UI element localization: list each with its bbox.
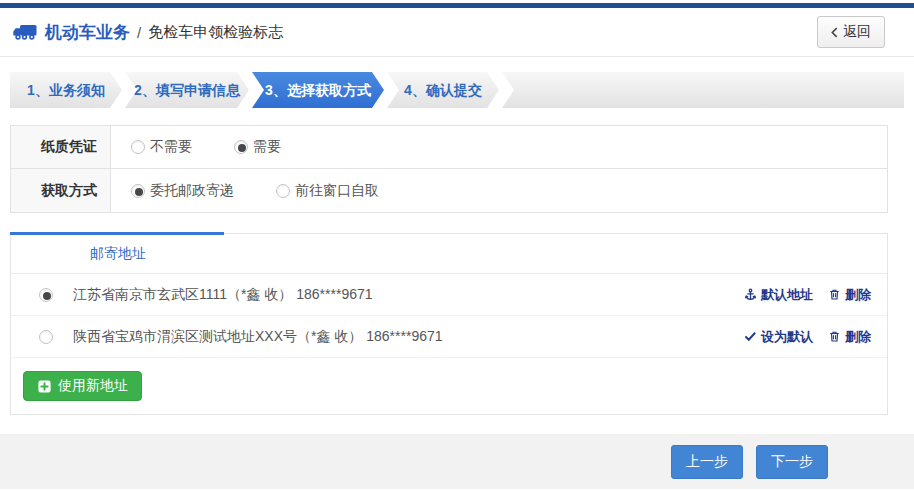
truck-icon [12,22,38,42]
delivery-options-form: 纸质凭证 不需要 需要 获取方式 委托邮政寄递 前往窗口自取 [10,125,888,213]
radio-icon[interactable] [131,140,145,154]
address-tab-header: 邮寄地址 [11,234,887,274]
delete-address-button[interactable]: 删除 [828,328,871,346]
use-new-address-label: 使用新地址 [58,377,128,395]
mailing-address-panel: 邮寄地址 江苏省南京市玄武区1111（*鑫 收） 186****9671 默认地… [10,233,888,415]
breadcrumb-separator: / [137,24,141,41]
wizard-footer: 上一步 下一步 [0,434,914,489]
step-1-business-notice[interactable]: 1、业务须知 [10,72,122,108]
step-4-confirm-submit[interactable]: 4、确认提交 [387,72,499,108]
breadcrumb-current: 免检车申领检验标志 [148,23,283,42]
obtain-option-postal[interactable]: 委托邮政寄递 [131,182,234,200]
paper-cert-option-no[interactable]: 不需要 [131,138,192,156]
radio-icon[interactable] [39,330,53,344]
page-header: 机动车业务 / 免检车申领检验标志 返回 [0,8,914,57]
default-address-button[interactable]: 默认地址 [744,286,813,304]
back-button[interactable]: 返回 [817,16,885,48]
set-default-button[interactable]: 设为默认 [744,328,813,346]
address-row: 江苏省南京市玄武区1111（*鑫 收） 186****9671 默认地址 [11,274,887,316]
back-button-label: 返回 [843,23,871,41]
chevron-left-icon [831,27,838,38]
page-title: 机动车业务 [45,21,130,44]
obtain-method-row: 获取方式 委托邮政寄递 前往窗口自取 [11,169,887,212]
previous-step-button[interactable]: 上一步 [671,445,743,479]
obtain-option-pickup[interactable]: 前往窗口自取 [276,182,379,200]
obtain-method-label: 获取方式 [11,169,111,212]
check-icon [744,330,757,343]
anchor-icon [744,288,757,301]
paper-certificate-label: 纸质凭证 [11,126,111,168]
use-new-address-button[interactable]: 使用新地址 [23,371,142,401]
address-text: 陕西省宝鸡市渭滨区测试地址XXX号（*鑫 收） 186****9671 [73,328,443,346]
step-2-fill-application[interactable]: 2、填写申请信息 [125,72,249,108]
address-text: 江苏省南京市玄武区1111（*鑫 收） 186****9671 [73,286,373,304]
step-3-choose-delivery[interactable]: 3、选择获取方式 [252,72,384,108]
trash-icon [828,330,841,343]
active-tab-indicator [10,232,224,235]
radio-icon[interactable] [276,184,290,198]
radio-icon[interactable] [234,140,248,154]
paper-cert-option-yes[interactable]: 需要 [234,138,281,156]
plus-icon [37,379,52,394]
paper-certificate-row: 纸质凭证 不需要 需要 [11,126,887,169]
radio-icon[interactable] [131,184,145,198]
radio-icon[interactable] [39,288,53,302]
delete-address-button[interactable]: 删除 [828,286,871,304]
tab-mailing-address[interactable]: 邮寄地址 [11,245,225,263]
address-row: 陕西省宝鸡市渭滨区测试地址XXX号（*鑫 收） 186****9671 设为默认 [11,316,887,358]
next-step-button[interactable]: 下一步 [756,445,828,479]
step-wizard: 1、业务须知 2、填写申请信息 3、选择获取方式 4、确认提交 [10,72,904,108]
step-bar-filler [502,72,904,108]
trash-icon [828,288,841,301]
